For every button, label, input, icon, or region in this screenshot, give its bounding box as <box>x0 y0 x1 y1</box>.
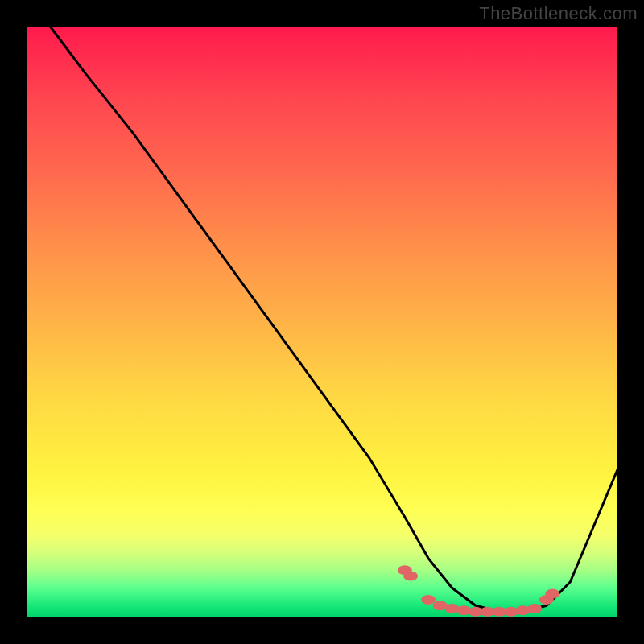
highlight-dot <box>527 604 542 613</box>
plot-area <box>27 27 617 617</box>
curve-svg <box>27 27 617 617</box>
chart-frame: TheBottleneck.com <box>0 0 644 644</box>
highlight-dot <box>545 589 559 599</box>
watermark-text: TheBottleneck.com <box>479 3 638 24</box>
marker-group <box>398 565 560 616</box>
highlight-dot <box>421 595 436 605</box>
bottleneck-curve-path <box>50 27 617 612</box>
highlight-dot <box>403 572 418 581</box>
